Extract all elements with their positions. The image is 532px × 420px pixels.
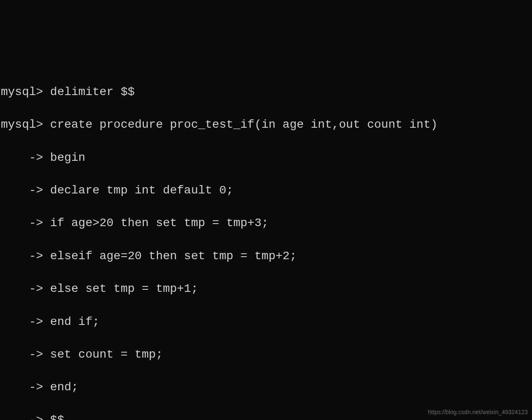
- terminal-line: -> set count = tmp;: [1, 346, 532, 363]
- terminal-line: mysql> delimiter $$: [1, 84, 532, 100]
- terminal-line: -> else set tmp = tmp+1;: [1, 281, 532, 297]
- terminal-line: -> begin: [1, 149, 532, 166]
- mysql-terminal-output: mysql> delimiter $$ mysql> create proced…: [0, 67, 532, 420]
- terminal-line: -> declare tmp int default 0;: [1, 182, 532, 198]
- terminal-line: mysql> create procedure proc_test_if(in …: [1, 116, 532, 133]
- terminal-line: -> end;: [1, 379, 532, 395]
- terminal-line: -> elseif age=20 then set tmp = tmp+2;: [1, 248, 532, 264]
- terminal-line: -> end if;: [1, 314, 532, 330]
- watermark-text: https://blog.csdn.net/weixin_49324123: [428, 408, 528, 417]
- terminal-line: -> if age>20 then set tmp = tmp+3;: [1, 215, 532, 231]
